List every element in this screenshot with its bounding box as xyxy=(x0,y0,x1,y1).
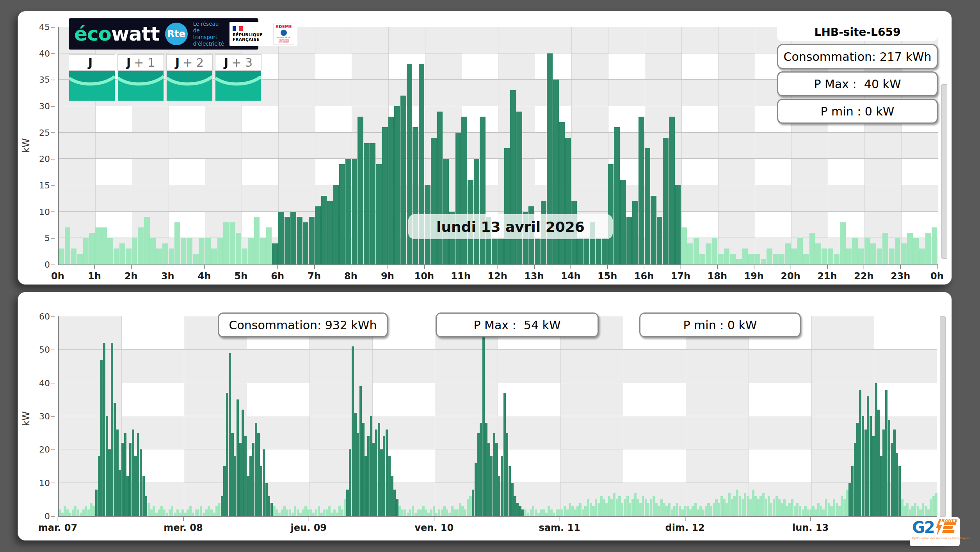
ademe-globe-icon xyxy=(281,30,287,36)
forecast-label-j1: J+ 1 xyxy=(117,54,164,71)
daily-y-axis-ticks: 051015202530354045 xyxy=(30,27,55,264)
ecowatt-logo-eco: éco xyxy=(74,23,111,45)
weekly-consumption-stat: Consommation: 932 kWh xyxy=(218,312,388,337)
weekly-chart-scrollbar[interactable] xyxy=(940,316,946,517)
daily-chart-panel: 051015202530354045 0h1h2h3h4h5h6h7h8h9h1… xyxy=(18,11,952,285)
rte-slogan: Le réseau de transport d'électricité xyxy=(193,21,224,47)
weekly-pmax-stat: P Max : 54 kW xyxy=(436,312,599,337)
forecast-label-j1-suffix: + 1 xyxy=(134,56,155,69)
forecast-label-j2: J+ 2 xyxy=(166,54,213,71)
forecast-tile-j3[interactable] xyxy=(215,71,261,101)
forecast-label-j1-text: J xyxy=(126,56,131,69)
forecast-tile-j[interactable] xyxy=(69,71,115,101)
ecowatt-logo: écowatt xyxy=(74,24,160,44)
rte-logo: Rte xyxy=(165,23,188,45)
forecast-tile-j2[interactable] xyxy=(166,71,213,101)
france-flag-icon xyxy=(233,26,243,31)
weekly-plot-area xyxy=(58,316,937,517)
weekly-y-axis-ticks: 0102030405060 xyxy=(30,316,55,516)
forecast-label-j2-text: J xyxy=(175,56,180,69)
forecast-label-j: J xyxy=(69,54,115,71)
g2e-wordmark: G2 xyxy=(912,520,934,535)
forecast-label-j3: J+ 3 xyxy=(215,54,261,71)
weekly-bars xyxy=(59,316,937,516)
ademe-label: ADEME xyxy=(276,25,292,29)
g2e-e-glyph xyxy=(942,522,956,533)
weekly-y-axis-unit: kW xyxy=(21,411,32,426)
daily-pmax-stat: P Max : 40 kW xyxy=(777,71,938,96)
daily-y-axis-unit: kW xyxy=(21,138,32,153)
ecowatt-forecast-tiles xyxy=(69,71,261,101)
ademe-logo: ADEME AGENCE DE LA TRANSITION ÉCOLOGIQUE xyxy=(273,23,294,45)
weekly-x-axis-labels: mar. 07mer. 08jeu. 09ven. 10sam. 11dim. … xyxy=(58,517,936,532)
forecast-day-labels: J J+ 1 J+ 2 J+ 3 xyxy=(69,54,261,71)
republique-francaise-logo: RÉPUBLIQUE FRANÇAISE xyxy=(233,26,270,42)
g2e-tagline: Optimisation des ressources énergétiques xyxy=(912,537,957,540)
ecowatt-header: écowatt Rte Le réseau de transport d'éle… xyxy=(69,18,258,50)
forecast-label-j3-suffix: + 3 xyxy=(231,56,253,69)
weekly-chart-panel: 0102030405060 mar. 07mer. 08jeu. 09ven. … xyxy=(18,292,952,541)
daily-consumption-stat: Consommation: 217 kWh xyxy=(777,44,938,69)
ecowatt-logo-watt: watt xyxy=(111,23,160,45)
forecast-label-j-text: J xyxy=(88,56,92,69)
forecast-label-j3-text: J xyxy=(224,56,228,69)
weekly-pmin-stat: P min : 0 kW xyxy=(639,312,801,337)
g2e-france-logo: FRANCE G2 Optimisation des ressources én… xyxy=(910,517,960,546)
daily-chart-scrollbar[interactable] xyxy=(941,84,947,259)
government-logos: RÉPUBLIQUE FRANÇAISE ADEME AGENCE DE LA … xyxy=(229,22,297,46)
republique-francaise-label: RÉPUBLIQUE FRANÇAISE xyxy=(233,32,270,42)
daily-x-axis-labels: 0h1h2h3h4h5h6h7h8h9h10h11h12h13h14h15h16… xyxy=(58,265,937,281)
forecast-label-j2-suffix: + 2 xyxy=(183,56,204,69)
daily-pmin-stat: P min : 0 kW xyxy=(777,99,938,124)
ademe-subtitle: AGENCE DE LA TRANSITION ÉCOLOGIQUE xyxy=(274,37,294,43)
forecast-tile-j1[interactable] xyxy=(117,71,164,101)
site-title: LHB-site-L659 xyxy=(777,23,938,41)
current-day-label: lundi 13 avril 2026 xyxy=(408,214,613,239)
